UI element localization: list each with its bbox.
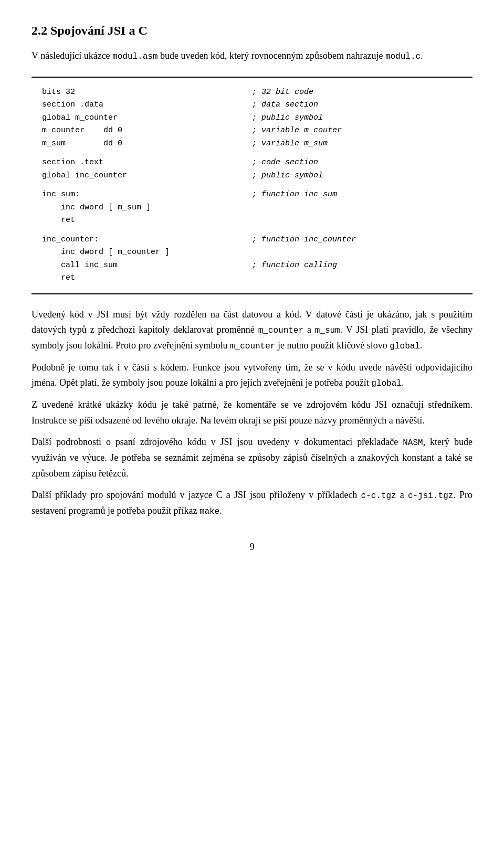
- inline-code: NASM: [403, 438, 423, 448]
- inline-code: m_sum: [315, 326, 340, 335]
- inline-code: global: [371, 379, 402, 388]
- inline-code: m_counter: [230, 342, 275, 351]
- inline-code: global: [390, 342, 420, 351]
- code-modul-c: modul.c: [385, 52, 421, 61]
- body-text-container: Uvedený kód v JSI musí být vždy rozdělen…: [32, 307, 472, 519]
- intro-paragraph: V následující ukázce modul.asm bude uved…: [32, 48, 472, 64]
- body-paragraph-1: Uvedený kód v JSI musí být vždy rozdělen…: [32, 307, 472, 354]
- code-table: bits 32; 32 bit codesection .data; data …: [32, 86, 472, 285]
- code-modul-asm: modul.asm: [112, 52, 158, 61]
- body-paragraph-5: Další příklady pro spojování modulů v ja…: [32, 488, 472, 518]
- inline-code: c-jsi.tgz: [408, 491, 453, 501]
- page-number: 9: [32, 540, 472, 554]
- section-heading: 2.2 Spojování JSI a C: [32, 21, 472, 40]
- inline-code: c-c.tgz: [361, 491, 396, 501]
- inline-code: m_counter: [258, 326, 303, 335]
- body-paragraph-4: Další podrobnosti o psaní zdrojového kód…: [32, 435, 472, 481]
- body-paragraph-2: Podobně je tomu tak i v části s kódem. F…: [32, 360, 472, 391]
- inline-code: make: [200, 507, 219, 516]
- body-paragraph-3: Z uvedené krátké ukázky kódu je také pat…: [32, 397, 472, 428]
- code-block: bits 32; 32 bit codesection .data; data …: [32, 77, 472, 294]
